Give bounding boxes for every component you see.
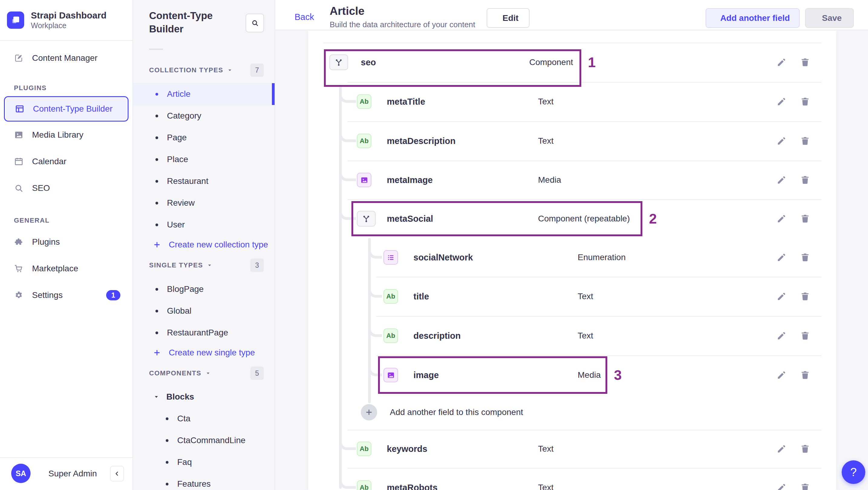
list-item-label: Place <box>167 155 188 164</box>
pencil-icon <box>776 331 787 341</box>
pencil-icon <box>776 175 787 185</box>
annotation-number: 3 <box>614 367 622 383</box>
delete-field-button[interactable] <box>799 135 811 147</box>
list-item-label: Global <box>167 306 191 316</box>
sidebar-item-content-manager[interactable]: Content Manager <box>0 45 132 71</box>
group-label: Blocks <box>166 392 194 402</box>
collection-types-label[interactable]: COLLECTION TYPES <box>149 66 233 74</box>
single-type-global[interactable]: Global <box>133 300 275 322</box>
delete-field-button[interactable] <box>799 56 811 68</box>
collapse-sidebar-button[interactable] <box>110 466 124 482</box>
add-another-field-button[interactable]: Add another field <box>706 8 800 28</box>
delete-field-button[interactable] <box>799 369 811 381</box>
delete-field-button[interactable] <box>799 213 811 225</box>
sidebar-item-marketplace[interactable]: Marketplace <box>0 255 132 282</box>
trash-icon <box>800 96 810 107</box>
delete-field-button[interactable] <box>799 251 811 264</box>
component-cta[interactable]: Cta <box>133 408 275 429</box>
collection-type-page[interactable]: Page <box>133 127 275 149</box>
delete-field-button[interactable] <box>799 96 811 108</box>
sidebar-item-media-library[interactable]: Media Library <box>0 122 132 148</box>
edit-field-button[interactable] <box>775 96 787 108</box>
edit-field-button[interactable] <box>775 174 787 186</box>
trash-icon <box>800 214 810 224</box>
collection-type-place[interactable]: Place <box>133 149 275 170</box>
create-new-collection-type-link[interactable]: Create new collection type <box>133 236 275 254</box>
edit-field-button[interactable] <box>775 482 787 490</box>
edit-field-button[interactable] <box>775 251 787 264</box>
collection-type-user[interactable]: User <box>133 214 275 236</box>
edit-field-button[interactable] <box>775 290 787 303</box>
section-title: COMPONENTS <box>149 369 202 377</box>
save-button[interactable]: Save <box>805 8 854 28</box>
edit-field-button[interactable] <box>775 330 787 342</box>
delete-field-button[interactable] <box>799 174 811 186</box>
field-name: metaRobots <box>387 483 438 490</box>
edit-field-button[interactable] <box>775 213 787 225</box>
account-name[interactable]: Super Admin <box>49 469 97 479</box>
sidebar-item-label: Calendar <box>32 157 66 166</box>
general-nav-list: PluginsMarketplaceSettings1 <box>0 229 132 308</box>
field-name: socialNetwork <box>413 252 473 263</box>
collection-type-review[interactable]: Review <box>133 192 275 214</box>
section-title: COLLECTION TYPES <box>149 66 223 74</box>
add-field-to-component-label[interactable]: Add another field to this component <box>390 407 523 417</box>
add-field-to-component-button[interactable] <box>361 404 377 421</box>
delete-field-button[interactable] <box>799 482 811 490</box>
tree-connector-curve <box>339 85 356 103</box>
back-button[interactable]: Back <box>290 12 314 22</box>
single-types-label[interactable]: SINGLE TYPES <box>149 261 213 269</box>
page-header: Back Article Build the data architecture… <box>275 0 868 30</box>
delete-field-button[interactable] <box>799 330 811 342</box>
back-label: Back <box>294 12 314 22</box>
components-label[interactable]: COMPONENTS <box>149 369 211 377</box>
text-icon: Ab <box>383 289 398 304</box>
edit-field-button[interactable] <box>775 443 787 455</box>
row-divider <box>376 316 822 317</box>
tree-connector-curve <box>339 202 356 220</box>
help-button[interactable]: ? <box>842 460 865 484</box>
field-type: Text <box>538 97 554 106</box>
edit-field-button[interactable] <box>775 369 787 381</box>
collection-type-category[interactable]: Category <box>133 105 275 127</box>
edit-button[interactable]: Edit <box>487 8 530 28</box>
search-button[interactable] <box>246 13 264 32</box>
single-types-count-badge: 3 <box>250 258 264 272</box>
tree-connector-curve <box>368 280 382 298</box>
list-item-label: User <box>167 220 185 229</box>
chevron-down-icon <box>227 67 233 73</box>
bullet-icon <box>155 115 158 117</box>
sidebar-item-seo[interactable]: SEO <box>0 175 132 202</box>
main-content: Back Article Build the data architecture… <box>275 0 868 490</box>
single-type-restaurantpage[interactable]: RestaurantPage <box>133 322 275 344</box>
sidebar-item-content-type-builder[interactable]: Content-Type Builder <box>4 96 128 122</box>
list-item-label: Cta <box>177 414 190 424</box>
plus-icon <box>365 408 373 416</box>
edit-field-button[interactable] <box>775 135 787 147</box>
component-icon <box>329 55 348 70</box>
plugins-section-header: PLUGINS <box>14 84 46 92</box>
seo-icon <box>14 183 24 193</box>
sidebar-item-calendar[interactable]: Calendar <box>0 148 132 175</box>
chevron-left-icon <box>114 470 121 477</box>
pencil-icon <box>776 444 787 454</box>
create-new-single-type-link[interactable]: Create new single type <box>133 344 275 362</box>
row-divider <box>376 277 822 277</box>
component-faq[interactable]: Faq <box>133 451 275 473</box>
action-label: Create new collection type <box>169 240 268 249</box>
delete-field-button[interactable] <box>799 290 811 303</box>
single-type-blogpage[interactable]: BlogPage <box>133 278 275 300</box>
avatar[interactable]: SA <box>11 464 31 483</box>
workspace-brand[interactable]: Strapi Dashboard Workplace <box>7 10 106 30</box>
trash-icon <box>800 291 810 302</box>
edit-field-button[interactable] <box>775 56 787 68</box>
collection-type-article[interactable]: Article <box>133 83 275 105</box>
bullet-icon <box>155 202 158 205</box>
delete-field-button[interactable] <box>799 443 811 455</box>
component-ctacommandline[interactable]: CtaCommandLine <box>133 429 275 451</box>
sidebar-item-settings[interactable]: Settings1 <box>0 282 132 308</box>
component-group-blocks[interactable]: Blocks <box>133 386 275 408</box>
component-features[interactable]: Features <box>133 473 275 490</box>
sidebar-item-plugins[interactable]: Plugins <box>0 229 132 255</box>
collection-type-restaurant[interactable]: Restaurant <box>133 170 275 192</box>
